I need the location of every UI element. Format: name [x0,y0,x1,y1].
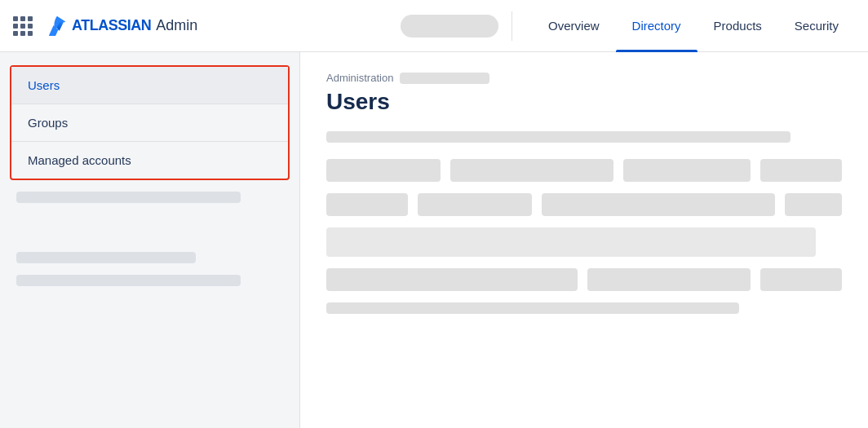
skeleton-grid-2 [326,193,842,216]
logo-atlassian-text: ATLASSIAN [72,17,151,34]
org-selector[interactable] [401,15,498,38]
skeleton-cell-10 [587,268,751,291]
sidebar-skeleton-3 [16,275,241,286]
breadcrumb-label: Administration [326,72,393,84]
skeleton-cell-11 [760,268,842,291]
main-nav: Overview Directory Products Security [532,0,855,52]
skeleton-row-1 [326,131,790,143]
sidebar: Users Groups Managed accounts [0,52,300,428]
skeleton-cell-3 [623,159,751,182]
breadcrumb: Administration [326,72,842,84]
tab-security[interactable]: Security [778,0,855,52]
header: ATLASSIAN Admin Overview Directory Produ… [0,0,868,52]
atlassian-logo-mark [47,15,67,38]
sidebar-item-users[interactable]: Users [11,67,288,104]
skeleton-cell-8 [785,193,842,216]
sidebar-item-managed-accounts[interactable]: Managed accounts [11,142,288,179]
grid-icon[interactable] [13,16,33,36]
atlassian-logo: ATLASSIAN Admin [47,15,197,38]
sidebar-nav-outlined: Users Groups Managed accounts [10,65,290,180]
skeleton-cell-5 [326,193,408,216]
tab-directory[interactable]: Directory [616,0,698,52]
skeleton-cell-2 [450,159,613,182]
skeleton-grid-1 [326,159,842,182]
skeleton-cell-6 [418,193,532,216]
skeleton-row-2 [326,302,739,314]
skeleton-cell-1 [326,159,441,182]
skeleton-cell-7 [542,193,775,216]
breadcrumb-org-pill [400,73,489,84]
tab-products[interactable]: Products [698,0,778,52]
skeleton-grid-3 [326,268,842,291]
page-title: Users [326,89,842,115]
main-layout: Users Groups Managed accounts Administra… [0,52,868,428]
header-left: ATLASSIAN Admin [13,15,197,38]
skeleton-block-1 [326,227,816,257]
main-content: Administration Users [300,52,868,428]
sidebar-skeleton-1 [16,192,241,203]
sidebar-skeleton-2 [16,252,196,263]
nav-divider [512,11,512,41]
skeleton-cell-4 [760,159,842,182]
logo-admin-text: Admin [156,17,197,34]
tab-overview[interactable]: Overview [532,0,616,52]
skeleton-cell-9 [326,268,578,291]
sidebar-item-groups[interactable]: Groups [11,104,288,141]
